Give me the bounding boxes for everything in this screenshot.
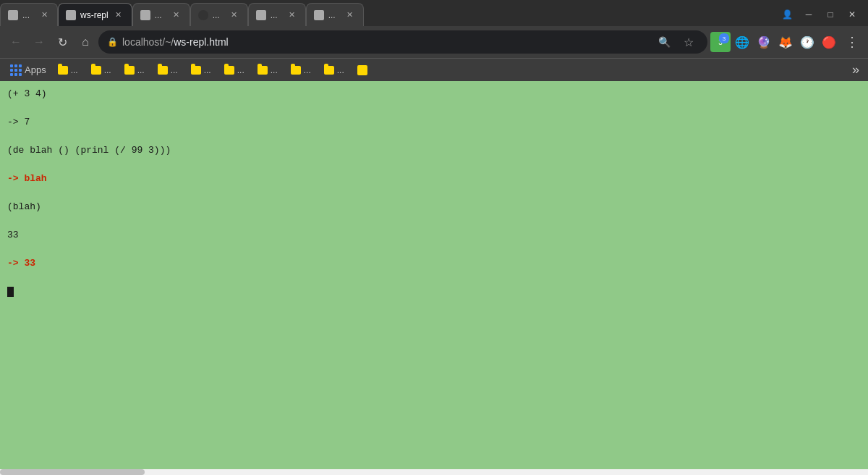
tab-2-close[interactable]: ✕	[113, 9, 124, 21]
repl-line-6: 33	[7, 228, 861, 243]
scrollbar-thumb[interactable]	[0, 469, 145, 475]
browser-menu-button[interactable]: ⋮	[842, 32, 862, 52]
bookmark-7[interactable]: ...	[252, 64, 284, 77]
bookmark-9[interactable]: ...	[318, 64, 350, 77]
bookmark-1[interactable]: ...	[52, 64, 84, 77]
grid-dot-7	[10, 73, 13, 76]
bookmark-star-icon[interactable]: ☆	[678, 32, 699, 52]
lock-icon: 🔒	[107, 37, 118, 47]
grid-dot-8	[14, 73, 17, 76]
bookmark-7-label: ...	[271, 65, 278, 75]
home-button[interactable]: ⌂	[75, 32, 95, 52]
repl-line-1: (+ 3 4)	[7, 87, 861, 101]
ext-green-icon[interactable]: 3 3	[710, 32, 731, 52]
bookmark-6[interactable]: ...	[218, 64, 250, 77]
apps-button[interactable]: Apps	[6, 63, 51, 77]
tab-4-close[interactable]: ✕	[229, 9, 240, 21]
bookmark-10-favicon	[357, 65, 367, 75]
bookmark-1-label: ...	[71, 65, 78, 75]
grid-dot-3	[19, 64, 22, 67]
apps-label: Apps	[25, 64, 46, 75]
close-button[interactable]: ✕	[842, 4, 862, 25]
folder-icon-6	[224, 66, 234, 75]
bookmark-8-label: ...	[304, 65, 311, 75]
bookmark-3-label: ...	[137, 65, 145, 75]
repl-line-7: -> 33	[7, 256, 861, 271]
address-input[interactable]: 🔒 localhost/~/ws-repl.html 🔍 ☆	[98, 30, 707, 54]
tab-6[interactable]: ... ✕	[306, 3, 364, 26]
ext-blue-icon[interactable]: 🌐	[732, 32, 752, 52]
grid-dot-9	[19, 73, 22, 76]
address-path: ws-repl.html	[174, 36, 228, 48]
bookmark-6-label: ...	[237, 65, 244, 75]
grid-dot-5	[14, 69, 17, 72]
tab-6-close[interactable]: ✕	[344, 9, 356, 21]
tab-4-github[interactable]: ... ✕	[190, 3, 248, 26]
bookmark-3[interactable]: ...	[119, 64, 150, 77]
repl-line-5: (blah)	[7, 200, 861, 214]
repl-line-2: -> 7	[7, 115, 861, 130]
tab-6-favicon	[314, 10, 324, 20]
tab-1[interactable]: ... ✕	[0, 3, 58, 26]
tab-4-favicon	[198, 10, 208, 20]
ext-red-icon[interactable]: 🔴	[819, 32, 839, 52]
reload-button[interactable]: ↻	[52, 32, 72, 52]
bookmark-2[interactable]: ...	[85, 64, 117, 77]
folder-icon-1	[58, 66, 68, 75]
grid-dot-1	[10, 64, 13, 67]
tab-1-close[interactable]: ✕	[38, 9, 50, 21]
ext-brown-icon[interactable]: 🕐	[797, 32, 817, 52]
bookmark-5[interactable]: ...	[185, 64, 217, 77]
bookmark-4-label: ...	[171, 65, 178, 75]
tab-2-ws-repl[interactable]: ws-repl ✕	[58, 3, 132, 26]
bookmark-4[interactable]: ...	[152, 64, 184, 77]
tab-5-favicon	[256, 10, 266, 20]
repl-main[interactable]: (+ 3 4) -> 7 (de blah () (prinl (/ 99 3)…	[0, 81, 868, 469]
ext-badge: 3	[719, 33, 729, 43]
minimize-button[interactable]: ─	[799, 4, 819, 25]
tab-6-label: ...	[328, 10, 340, 20]
bookmarks-bar: Apps ... ... ... ... ... ... ...	[0, 58, 868, 81]
forward-button[interactable]: →	[29, 32, 49, 52]
tab-3-favicon	[140, 10, 150, 20]
tab-bar: ... ✕ ws-repl ✕ ... ✕ ... ✕ ... ✕	[0, 0, 868, 26]
folder-icon-5	[191, 66, 201, 75]
grid-dot-4	[10, 69, 13, 72]
address-scheme: localhost/~/	[122, 36, 174, 48]
grid-dot-6	[19, 69, 22, 72]
horizontal-scrollbar[interactable]	[0, 469, 868, 475]
tab-3[interactable]: ... ✕	[132, 3, 190, 26]
tab-bar-actions: 👤 ─ □ ✕	[771, 3, 868, 26]
folder-icon-8	[291, 66, 301, 75]
tab-3-close[interactable]: ✕	[171, 9, 182, 21]
maximize-button[interactable]: □	[820, 4, 841, 25]
bookmark-8[interactable]: ...	[285, 64, 317, 77]
tab-1-favicon	[8, 10, 18, 20]
profile-button[interactable]: 👤	[777, 4, 797, 25]
repl-cursor	[7, 287, 14, 297]
repl-line-3: (de blah () (prinl (/ 99 3)))	[7, 143, 861, 158]
bookmark-10[interactable]	[352, 64, 373, 77]
tab-5-label: ...	[271, 10, 282, 20]
folder-icon-4	[158, 66, 168, 75]
folder-icon-3	[124, 66, 135, 75]
bookmarks-more-button[interactable]: »	[849, 62, 862, 77]
search-icon[interactable]: 🔍	[654, 32, 674, 52]
back-button[interactable]: ←	[6, 32, 26, 52]
ext-orange-icon[interactable]: 🦊	[775, 32, 796, 52]
toolbar-extensions: 3 3 🌐 🔮 🦊 🕐 🔴	[710, 32, 839, 52]
tab-5-close[interactable]: ✕	[286, 9, 298, 21]
tab-5[interactable]: ... ✕	[248, 3, 306, 26]
bookmark-5-label: ...	[204, 65, 211, 75]
tab-4-label: ...	[213, 10, 224, 20]
window-controls: 👤 ─ □ ✕	[777, 4, 862, 25]
repl-cursor-line	[7, 285, 861, 299]
folder-icon-9	[324, 66, 334, 75]
ext-purple-icon[interactable]: 🔮	[754, 32, 774, 52]
folder-icon-7	[258, 66, 268, 75]
tab-2-favicon	[66, 10, 76, 20]
tab-1-label: ...	[22, 10, 34, 20]
grid-dot-2	[14, 64, 17, 67]
address-text: localhost/~/ws-repl.html	[122, 36, 650, 48]
tab-3-label: ...	[155, 10, 166, 20]
